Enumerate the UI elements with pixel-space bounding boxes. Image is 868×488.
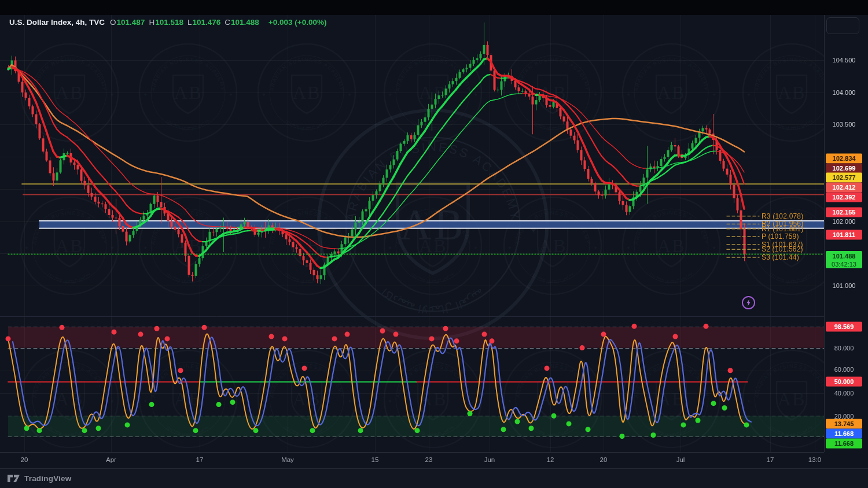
ohlc-values: O101.487H101.518L101.476C101.488 [110, 18, 263, 27]
tradingview-chart-window: ARABIAN BUSINESS ACADEMY اكاديمية الاعما… [0, 0, 868, 488]
ohlc-value: 101.488 [231, 18, 259, 27]
change-value: +0.003 (+0.00%) [269, 18, 327, 27]
price-axis[interactable] [824, 15, 868, 452]
ohlc-key: O [110, 18, 116, 27]
bottom-bar: TradingView [0, 468, 868, 488]
chart-canvas[interactable] [0, 0, 868, 488]
ohlc-key: C [225, 18, 230, 27]
lightning-button[interactable] [741, 295, 756, 310]
time-axis[interactable] [0, 452, 824, 469]
top-right-panel[interactable] [826, 17, 859, 34]
ohlc-value: 101.487 [117, 18, 145, 27]
ohlc-key: H [149, 18, 155, 27]
symbol-legend[interactable]: U.S. Dollar Index, 4h, TVC O101.487H101.… [9, 18, 326, 27]
lightning-icon [741, 295, 756, 310]
tradingview-brand[interactable]: TradingView [24, 474, 71, 483]
ohlc-value: 101.518 [155, 18, 183, 27]
ohlc-value: 101.476 [192, 18, 220, 27]
ohlc-key: L [187, 18, 192, 27]
symbol-title: U.S. Dollar Index, 4h, TVC [9, 18, 105, 27]
tradingview-logo-icon[interactable] [7, 474, 20, 483]
top-strip [0, 0, 868, 15]
